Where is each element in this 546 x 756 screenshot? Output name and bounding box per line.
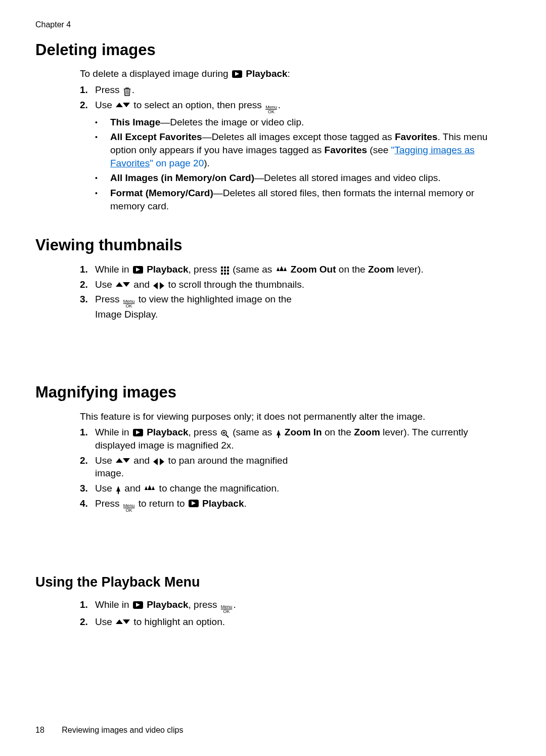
step-number: 3.	[80, 482, 95, 495]
text: to return to	[135, 498, 187, 509]
thumbnail-grid-icon	[221, 266, 229, 275]
bold-text: Favorites	[395, 131, 437, 142]
heading-deleting: Deleting images	[35, 39, 511, 61]
magnifier-plus-icon	[221, 430, 229, 438]
footer-title: Reviewing images and video clips	[62, 726, 183, 734]
playback-icon	[232, 70, 242, 78]
text: :	[288, 68, 290, 79]
text: , press	[189, 427, 220, 437]
text: Use	[95, 100, 115, 110]
menu-ok-icon: MenuOK	[123, 504, 135, 513]
section-deleting-images: Deleting images To delete a displayed im…	[35, 39, 511, 215]
left-right-arrows-icon	[153, 282, 164, 289]
playback-icon	[133, 429, 143, 436]
text: While in	[95, 264, 132, 275]
zoom-out-icon	[276, 266, 287, 274]
text: , press	[189, 599, 220, 610]
page: Chapter 4 Deleting images To delete a di…	[0, 0, 546, 756]
page-footer: 18 Reviewing images and video clips	[35, 725, 183, 736]
step-number: 2.	[80, 615, 95, 629]
section-playback-menu: Using the Playback Menu 1. While in Play…	[35, 573, 511, 629]
text: Press	[95, 498, 122, 509]
text: Use	[95, 279, 115, 290]
bold-text: Playback	[246, 68, 287, 79]
text: and	[122, 483, 143, 494]
list-item: • Format (Memory/Card)—Deletes all store…	[95, 187, 511, 212]
list-item: • All Except Favorites—Deletes all image…	[95, 130, 511, 169]
text: Use	[95, 616, 115, 627]
playback-icon	[133, 266, 143, 274]
step-number: 4.	[80, 497, 95, 512]
text: —Deletes all stored images and video cli…	[254, 172, 441, 183]
list-item: 2. Use and to pan around the magnified i…	[80, 454, 511, 480]
list-item: 3. Use and to change the magnification.	[80, 482, 511, 495]
svg-rect-1	[278, 435, 279, 438]
bold-text: Zoom In	[285, 427, 322, 437]
bullet-icon: •	[95, 130, 110, 169]
bold-text: Playback	[202, 498, 244, 509]
text: Use	[95, 483, 115, 494]
bold-text: Playback	[147, 599, 188, 610]
text: to change the magnification.	[156, 483, 279, 494]
text: lever).	[394, 264, 424, 275]
magnify-intro: This feature is for viewing purposes onl…	[80, 410, 511, 423]
text: —Deletes the image or video clip.	[160, 117, 304, 127]
playback-icon	[133, 601, 143, 609]
deleting-intro: To delete a displayed image during Playb…	[80, 67, 511, 80]
list-item: 4. Press MenuOK to return to Playback.	[80, 497, 511, 512]
text: and	[131, 279, 152, 290]
text: to highlight an option.	[131, 616, 225, 627]
trash-icon	[123, 87, 131, 96]
text: —Deletes all images except those tagged …	[202, 131, 395, 142]
zoom-in-icon	[116, 486, 121, 494]
bold-text: Format (Memory/Card)	[110, 188, 213, 198]
text: To delete a displayed image during	[80, 68, 231, 79]
up-down-arrows-icon	[116, 102, 130, 109]
text: (see	[367, 145, 391, 155]
text: .	[278, 100, 281, 110]
text: (same as	[230, 264, 275, 275]
step-number: 1.	[80, 598, 95, 613]
step-number: 2.	[80, 454, 95, 480]
list-item: • All Images (in Memory/on Card)—Deletes…	[95, 171, 511, 185]
heading-magnify: Magnifying images	[35, 382, 511, 403]
step-number: 2.	[80, 278, 95, 291]
text: ).	[204, 158, 210, 168]
section-viewing-thumbnails: Viewing thumbnails 1. While in Playback,…	[35, 235, 511, 321]
bold-text: All Images (in Memory/on Card)	[110, 172, 254, 183]
step-number: 1.	[80, 263, 95, 276]
text: to scroll through the thumbnails.	[165, 279, 304, 290]
bold-text: Playback	[147, 264, 188, 275]
list-item: 1. While in Playback, press MenuOK.	[80, 598, 511, 613]
bullet-icon: •	[95, 187, 110, 212]
bold-text: Favorites	[325, 145, 367, 155]
list-item: • This Image—Deletes the image or video …	[95, 116, 511, 129]
step-number: 1.	[80, 83, 95, 97]
bold-text: This Image	[110, 117, 160, 127]
text: Press	[95, 294, 122, 304]
list-item: 2. Use to select an option, then press M…	[80, 99, 511, 214]
menu-ok-icon: MenuOK	[265, 105, 277, 114]
bold-text: Zoom	[368, 264, 394, 275]
up-down-arrows-icon	[116, 457, 130, 464]
text: on the	[336, 264, 368, 275]
bullet-icon: •	[95, 116, 110, 129]
list-item: 3. Press MenuOK to view the highlighted …	[80, 293, 511, 321]
playback-icon	[189, 500, 199, 507]
step-number: 1.	[80, 426, 95, 452]
menu-ok-icon: MenuOK	[123, 299, 135, 308]
bold-text: All Except Favorites	[110, 131, 202, 142]
link-tail: " on page 20	[150, 158, 204, 168]
zoom-in-icon	[276, 430, 281, 438]
step-number: 2.	[80, 99, 95, 214]
text: on the	[322, 427, 354, 437]
text: .	[132, 84, 134, 95]
chapter-label: Chapter 4	[35, 19, 511, 30]
text: , press	[189, 264, 220, 275]
list-item: 1. While in Playback, press (same as Zoo…	[80, 426, 511, 452]
text: While in	[95, 427, 132, 437]
up-down-arrows-icon	[116, 281, 130, 288]
zoom-out-icon	[144, 485, 155, 493]
text: Press	[95, 84, 122, 95]
menu-ok-icon: MenuOK	[221, 605, 233, 614]
